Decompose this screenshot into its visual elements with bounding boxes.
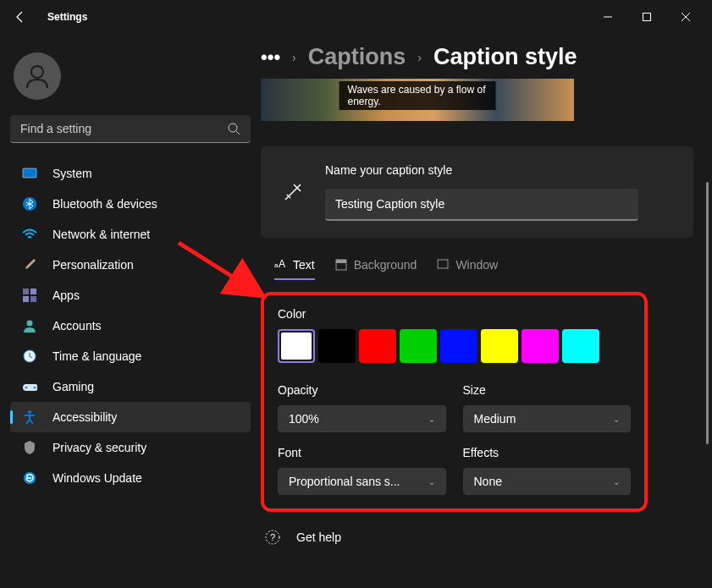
chevron-right-icon: › xyxy=(417,51,422,64)
sidebar-item-apps[interactable]: Apps xyxy=(10,280,251,310)
accessibility-icon xyxy=(22,409,37,425)
nav-label: Bluetooth & devices xyxy=(52,197,157,211)
wifi-icon xyxy=(22,227,37,242)
svg-point-5 xyxy=(229,124,237,132)
nav-label: Personalization xyxy=(52,258,134,272)
window-title: Settings xyxy=(47,11,87,23)
effects-value: None xyxy=(474,475,502,488)
size-value: Medium xyxy=(474,412,516,426)
svg-text:A: A xyxy=(279,259,285,270)
shield-icon xyxy=(22,440,37,455)
update-icon xyxy=(22,470,37,486)
size-select[interactable]: Medium⌄ xyxy=(463,405,632,432)
svg-text:?: ? xyxy=(270,532,275,542)
tab-label: Text xyxy=(293,258,315,272)
clock-icon xyxy=(22,349,37,364)
sidebar-item-privacy[interactable]: Privacy & security xyxy=(10,432,251,463)
breadcrumb-captions[interactable]: Captions xyxy=(308,44,406,70)
help-icon: ? xyxy=(264,529,281,546)
effects-label: Effects xyxy=(463,446,632,459)
color-swatch-cyan[interactable] xyxy=(562,329,599,363)
svg-point-18 xyxy=(34,387,36,389)
svg-rect-11 xyxy=(30,289,36,294)
nav-label: Time & language xyxy=(52,349,141,363)
caption-overlay: Waves are caused by a flow of energy. xyxy=(339,81,496,110)
breadcrumb-more[interactable]: ••• xyxy=(261,47,280,69)
maximize-button[interactable] xyxy=(627,4,666,30)
svg-line-6 xyxy=(236,131,240,135)
nav-label: System xyxy=(52,167,92,180)
tab-text[interactable]: aA Text xyxy=(274,251,315,280)
svg-rect-12 xyxy=(23,296,29,302)
opacity-value: 100% xyxy=(289,412,319,426)
sidebar-item-network[interactable]: Network & internet xyxy=(10,219,251,250)
nav-label: Accounts xyxy=(52,319,102,332)
nav-label: Accessibility xyxy=(52,410,117,424)
tab-label: Window xyxy=(455,258,498,272)
svg-rect-10 xyxy=(23,289,29,294)
caption-name-input[interactable] xyxy=(325,189,638,221)
svg-rect-1 xyxy=(643,14,651,21)
system-icon xyxy=(22,166,37,181)
tab-window[interactable]: Window xyxy=(437,251,498,280)
effects-select[interactable]: None⌄ xyxy=(463,468,632,495)
sidebar-item-gaming[interactable]: Gaming xyxy=(10,371,251,402)
sidebar-item-personalization[interactable]: Personalization xyxy=(10,250,251,280)
minimize-button[interactable] xyxy=(588,4,627,30)
search-field[interactable] xyxy=(20,122,228,135)
avatar[interactable] xyxy=(14,52,61,100)
nav-label: Gaming xyxy=(52,380,94,393)
nav-label: Network & internet xyxy=(52,228,150,241)
bluetooth-icon xyxy=(22,196,37,212)
color-swatch-blue[interactable] xyxy=(440,329,477,363)
svg-rect-13 xyxy=(30,296,36,302)
text-settings-panel: Color Opacity 100%⌄ Size Medium⌄ xyxy=(261,292,648,512)
sidebar-item-system[interactable]: System xyxy=(10,158,251,189)
color-swatch-black[interactable] xyxy=(318,329,356,363)
get-help-link[interactable]: ? Get help xyxy=(261,512,693,546)
chevron-down-icon: ⌄ xyxy=(428,477,435,486)
font-select[interactable]: Proportional sans s...⌄ xyxy=(278,468,446,495)
close-button[interactable] xyxy=(666,4,705,30)
style-icon xyxy=(281,181,305,203)
name-section: Name your caption style xyxy=(261,146,693,238)
color-swatch-white[interactable] xyxy=(278,329,315,363)
color-swatch-green[interactable] xyxy=(400,329,437,363)
back-button[interactable] xyxy=(7,3,34,30)
background-icon xyxy=(335,259,347,271)
svg-rect-7 xyxy=(23,168,36,178)
brush-icon xyxy=(22,257,37,272)
sidebar-item-time[interactable]: Time & language xyxy=(10,341,251,371)
color-swatch-red[interactable] xyxy=(359,329,396,363)
gaming-icon xyxy=(22,379,37,394)
caption-preview: Waves are caused by a flow of energy. xyxy=(261,79,574,121)
font-label: Font xyxy=(278,446,446,459)
sidebar-item-accounts[interactable]: Accounts xyxy=(10,310,251,341)
color-swatch-yellow[interactable] xyxy=(481,329,518,363)
svg-point-4 xyxy=(31,66,43,78)
page-title: Caption style xyxy=(433,44,577,70)
scrollbar[interactable] xyxy=(706,182,709,444)
color-swatch-magenta[interactable] xyxy=(522,329,559,363)
nav-label: Apps xyxy=(52,289,80,302)
sidebar-item-update[interactable]: Windows Update xyxy=(10,463,251,493)
svg-rect-24 xyxy=(336,260,346,263)
opacity-select[interactable]: 100%⌄ xyxy=(278,405,446,432)
tab-background[interactable]: Background xyxy=(335,251,417,280)
apps-icon xyxy=(22,288,37,303)
chevron-down-icon: ⌄ xyxy=(613,415,620,424)
window-icon xyxy=(437,259,449,271)
chevron-down-icon: ⌄ xyxy=(428,415,435,424)
text-icon: aA xyxy=(274,259,286,271)
color-label: Color xyxy=(278,307,631,321)
svg-point-14 xyxy=(27,321,33,327)
svg-rect-25 xyxy=(438,260,448,268)
person-icon xyxy=(22,318,37,333)
chevron-right-icon: › xyxy=(292,51,296,64)
size-label: Size xyxy=(463,383,632,397)
sidebar-item-bluetooth[interactable]: Bluetooth & devices xyxy=(10,189,251,219)
sidebar-item-accessibility[interactable]: Accessibility xyxy=(10,402,251,432)
color-swatches xyxy=(278,329,631,363)
help-label: Get help xyxy=(296,530,341,544)
search-input[interactable] xyxy=(10,115,251,143)
